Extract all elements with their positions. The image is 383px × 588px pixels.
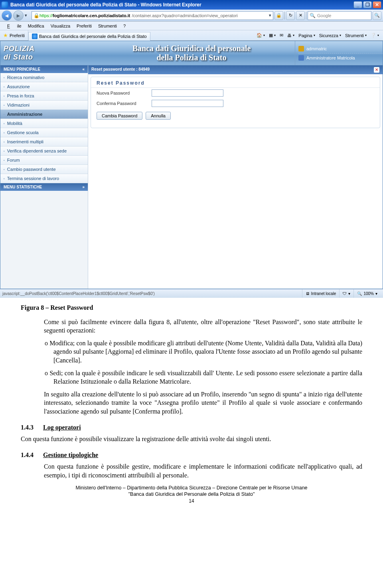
rss-icon: ▦: [269, 33, 273, 38]
document-body: Figura 8 – Reset Password Come si può fa…: [0, 298, 383, 512]
print-icon: 🖶: [287, 33, 292, 38]
feeds-button[interactable]: ▦▾: [267, 32, 277, 39]
app-logo: POLIZIA di Stato: [0, 41, 88, 65]
paragraph: Con questa funzione è possibile visualiz…: [21, 435, 362, 443]
logo-subtext: di Stato: [4, 53, 35, 61]
panel-close-icon[interactable]: ✕: [374, 67, 379, 73]
cancel-button[interactable]: Annulla: [146, 112, 171, 120]
mail-button[interactable]: ✉: [278, 32, 285, 39]
sidebar-header-main[interactable]: MENU PRINCIPALE «: [0, 65, 88, 73]
menu-help[interactable]: ?: [121, 23, 128, 29]
sidebar-header-stats[interactable]: MENU STATISTICHE »: [0, 183, 88, 191]
search-box[interactable]: 🔍 Google: [308, 11, 371, 20]
url-host: fogliomatricolare.cen.poliziadistato.it: [53, 13, 130, 18]
collapse-icon: «: [82, 67, 85, 71]
user-role: Amministratore Matricola: [306, 55, 355, 60]
sidebar-item-presa[interactable]: Presa in forza: [0, 91, 88, 101]
address-bar: ◄ ► ▾ 🔒 https://fogliomatricolare.cen.po…: [0, 10, 383, 22]
protected-mode: 🛡 ▾: [339, 289, 353, 298]
sidebar-item-verifica[interactable]: Verifica dipendenti senza sede: [0, 147, 88, 156]
paragraph: Con questa funzione è possibile gestire,…: [21, 462, 362, 479]
page-menu[interactable]: Pagina ▾: [297, 32, 316, 39]
url-dropdown-icon[interactable]: ▾: [269, 13, 271, 18]
sidebar: MENU PRINCIPALE « Ricerca nominativo Ass…: [0, 65, 88, 289]
statusbar-text: javascript:__doPostBack('ctl00$ContentPl…: [2, 291, 302, 296]
safety-menu[interactable]: Sicurezza ▾: [318, 32, 343, 39]
minimize-button[interactable]: _: [353, 1, 362, 8]
confirm-password-input[interactable]: [152, 100, 223, 107]
menu-visualizza[interactable]: Visualizza: [48, 23, 73, 29]
print-button[interactable]: 🖶▾: [286, 32, 296, 39]
ie-icon: [2, 2, 8, 8]
home-button[interactable]: 🏠▾: [255, 32, 267, 39]
change-password-button[interactable]: Cambia Password: [97, 112, 142, 120]
sidebar-item-ricerca[interactable]: Ricerca nominativo: [0, 73, 88, 82]
browser-tab[interactable]: Banca dati Giuridica del personale della…: [28, 32, 150, 41]
sidebar-item-inserimenti[interactable]: Inserimenti multipli: [0, 137, 88, 147]
refresh-button[interactable]: ↻: [286, 11, 295, 20]
content-title: Reset password utente : 84949: [91, 67, 150, 73]
favorites-button[interactable]: ★ Preferiti: [0, 30, 28, 40]
sidebar-item-forum[interactable]: Forum: [0, 156, 88, 165]
mail-icon: ✉: [280, 33, 283, 38]
user-panel: admmatric Amministratore Matricola: [295, 41, 383, 65]
heading-143: 1.4.3Log operatori: [21, 423, 362, 432]
logo-text: POLIZIA: [4, 45, 35, 53]
url-path: /container.aspx?quadro=admin&action=view…: [132, 13, 267, 18]
menu-file[interactable]: File: [2, 23, 24, 29]
figure-caption: Figura 8 – Reset Password: [21, 303, 362, 312]
back-button[interactable]: ◄: [2, 10, 12, 21]
shield-icon: 🛡: [343, 291, 347, 296]
intranet-icon: 🖥: [306, 291, 310, 296]
user-icon: [298, 46, 304, 51]
home-icon: 🏠: [257, 33, 262, 38]
google-icon: 🔍: [310, 13, 316, 18]
list-item: Sedi; con la quale è possibile indicare …: [21, 369, 362, 386]
menu-strumenti[interactable]: Strumenti: [96, 23, 119, 29]
content-header: Reset password utente : 84949 ✕: [88, 65, 383, 74]
page-number: 14: [21, 498, 362, 504]
tab-toolbar: ★ Preferiti Banca dati Giuridica del per…: [0, 30, 383, 41]
label-new-password: Nuova Password: [97, 91, 148, 95]
security-zone: 🖥 Intranet locale: [302, 289, 340, 298]
menu-preferiti[interactable]: Preferiti: [74, 23, 94, 29]
main-layout: MENU PRINCIPALE « Ricerca nominativo Ass…: [0, 65, 383, 289]
reset-password-panel: Reset Password Nuova Password Conferma P…: [91, 77, 380, 128]
app-header: POLIZIA di Stato Banca dati Giuridica de…: [0, 41, 383, 65]
sidebar-item-termina[interactable]: Termina sessione di lavoro: [0, 174, 88, 183]
role-icon: [298, 55, 304, 61]
forward-button[interactable]: ►: [13, 10, 24, 21]
app-title-line2: della Polizia di Stato: [88, 53, 295, 62]
sidebar-item-cambiopw[interactable]: Cambio password utente: [0, 165, 88, 174]
address-field[interactable]: 🔒 https://fogliomatricolare.cen.poliziad…: [32, 11, 273, 20]
paragraph: In seguito alla creazione dell'utente lo…: [21, 390, 362, 416]
username: admmatric: [306, 46, 327, 51]
tools-menu[interactable]: Strumenti ▾: [344, 32, 368, 39]
cert-lock-button[interactable]: 🔒: [274, 11, 283, 20]
stop-button[interactable]: ✕: [296, 11, 305, 20]
sidebar-item-mobilita[interactable]: Mobilità: [0, 119, 88, 128]
sidebar-item-assunzione[interactable]: Assunzione: [0, 82, 88, 91]
maximize-button[interactable]: ❐: [363, 1, 372, 8]
nav-history-dropdown[interactable]: ▾: [25, 13, 30, 18]
zoom-control[interactable]: 🔍 100% ▾: [353, 289, 381, 298]
close-button[interactable]: ✕: [373, 1, 381, 8]
window-titlebar: Banca dati Giuridica del personale della…: [0, 0, 383, 10]
menu-modifica[interactable]: Modifica: [26, 23, 47, 29]
content-pane: Reset password utente : 84949 ✕ Reset Pa…: [88, 65, 383, 289]
panel-legend: Reset Password: [91, 79, 380, 88]
sidebar-item-scuola[interactable]: Gestione scuola: [0, 128, 88, 137]
sidebar-item-amministrazione[interactable]: Amministrazione: [0, 110, 88, 119]
help-button[interactable]: ❔▾: [369, 32, 381, 39]
favorites-label: Preferiti: [10, 33, 25, 38]
collapse-icon: »: [82, 185, 85, 189]
sidebar-item-vidimazioni[interactable]: Vidimazioni: [0, 101, 88, 110]
lock-icon: 🔒: [34, 13, 39, 18]
search-button[interactable]: 🔍: [373, 11, 381, 20]
page-footer: Ministero dell'Interno – Dipartimento de…: [21, 485, 362, 498]
window-title: Banca dati Giuridica del personale della…: [10, 2, 353, 8]
new-password-input[interactable]: [152, 89, 223, 97]
url-protocol: https://: [39, 13, 53, 18]
status-bar: javascript:__doPostBack('ctl00$ContentPl…: [0, 289, 383, 298]
help-icon: ❔: [371, 33, 376, 38]
